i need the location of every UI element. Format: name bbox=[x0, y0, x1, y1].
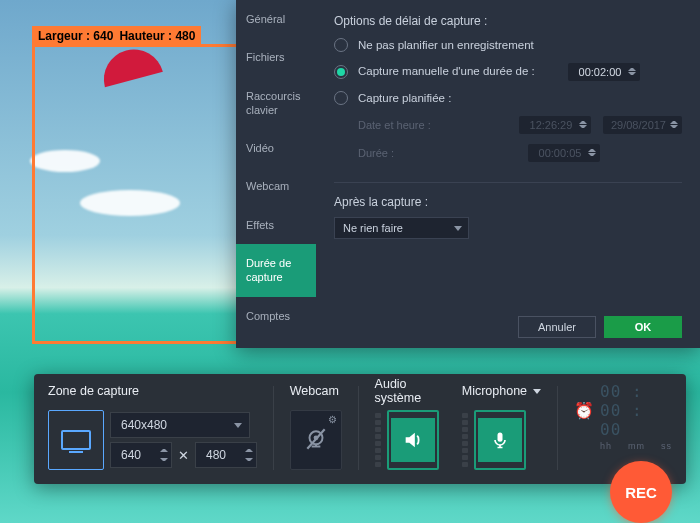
spinner-caret-icon bbox=[670, 116, 678, 134]
recorder-toolbar: Zone de capture 640x480 640 ✕ 480 bbox=[34, 374, 686, 484]
spinner-caret-icon[interactable] bbox=[628, 63, 636, 81]
spinner-caret-icon bbox=[579, 116, 587, 134]
webcam-toggle[interactable]: ⚙ bbox=[290, 410, 342, 470]
webcam-off-icon bbox=[303, 427, 329, 453]
cloud-decor bbox=[80, 190, 180, 216]
timer-units: hh mm ss bbox=[574, 441, 672, 451]
speaker-icon bbox=[402, 429, 424, 451]
spinner-caret-icon[interactable] bbox=[245, 446, 253, 464]
width-spinner[interactable]: 640 bbox=[110, 442, 172, 468]
sidebar-item-accounts[interactable]: Comptes bbox=[236, 297, 316, 335]
settings-content: Options de délai de capture : Ne pas pla… bbox=[316, 0, 700, 348]
alarm-clock-icon[interactable]: ⏰ bbox=[574, 401, 594, 420]
svg-rect-3 bbox=[497, 433, 502, 442]
capture-width-label: Largeur : 640 bbox=[38, 29, 113, 43]
capture-area-button[interactable] bbox=[48, 410, 104, 470]
sidebar-item-general[interactable]: Général bbox=[236, 0, 316, 38]
radio-no-schedule[interactable]: Ne pas planifier un enregistrement bbox=[334, 38, 682, 53]
capture-delay-title: Options de délai de capture : bbox=[334, 14, 682, 28]
sidebar-item-effects[interactable]: Effets bbox=[236, 206, 316, 244]
times-icon: ✕ bbox=[176, 448, 191, 463]
cloud-decor bbox=[30, 150, 100, 172]
sidebar-item-webcam[interactable]: Webcam bbox=[236, 167, 316, 205]
system-audio-toggle[interactable] bbox=[387, 410, 439, 470]
sidebar-item-shortcuts[interactable]: Raccourcis clavier bbox=[236, 77, 316, 130]
scheduled-duration-spinner: 00:00:05 bbox=[528, 144, 600, 162]
spinner-caret-icon bbox=[588, 144, 596, 162]
ok-button[interactable]: OK bbox=[604, 316, 682, 338]
after-capture-select[interactable]: Ne rien faire bbox=[334, 217, 469, 239]
radio-icon bbox=[334, 65, 348, 79]
radio-icon bbox=[334, 38, 348, 52]
chevron-down-icon bbox=[533, 389, 541, 394]
settings-sidebar: Général Fichiers Raccourcis clavier Vidé… bbox=[236, 0, 316, 348]
spinner-caret-icon[interactable] bbox=[160, 446, 168, 464]
scheduled-datetime-row: Date et heure : 12:26:29 29/08/2017 bbox=[358, 116, 682, 134]
timer-display: 00 : 00 : 00 bbox=[600, 382, 672, 439]
sidebar-item-duration[interactable]: Durée de capture bbox=[236, 244, 316, 297]
resolution-select[interactable]: 640x480 bbox=[110, 412, 250, 438]
radio-manual-duration[interactable]: Capture manuelle d'une durée de : 00:02:… bbox=[334, 63, 682, 81]
screen-icon bbox=[61, 430, 91, 450]
scheduled-date-spinner: 29/08/2017 bbox=[603, 116, 682, 134]
manual-duration-spinner[interactable]: 00:02:00 bbox=[568, 63, 640, 81]
divider bbox=[358, 386, 359, 470]
scheduled-time-spinner: 12:26:29 bbox=[519, 116, 591, 134]
microphone-title[interactable]: Microphone bbox=[462, 382, 541, 400]
microphone-icon bbox=[490, 429, 510, 451]
record-button[interactable]: REC bbox=[610, 461, 672, 523]
webcam-title: Webcam bbox=[290, 382, 342, 400]
capture-height-label: Hauteur : 480 bbox=[119, 29, 195, 43]
zone-title: Zone de capture bbox=[48, 382, 257, 400]
scheduled-duration-row: Durée : 00:00:05 bbox=[358, 144, 682, 162]
cancel-button[interactable]: Annuler bbox=[518, 316, 596, 338]
divider bbox=[273, 386, 274, 470]
height-spinner[interactable]: 480 bbox=[195, 442, 257, 468]
audio-level-meter bbox=[375, 410, 381, 470]
sidebar-item-video[interactable]: Vidéo bbox=[236, 129, 316, 167]
capture-dimensions-badge: Largeur : 640 Hauteur : 480 bbox=[32, 26, 201, 46]
settings-dialog: Général Fichiers Raccourcis clavier Vidé… bbox=[236, 0, 700, 348]
after-capture-title: Après la capture : bbox=[334, 195, 682, 209]
microphone-toggle[interactable] bbox=[474, 410, 526, 470]
mic-level-meter bbox=[462, 410, 468, 470]
system-audio-title: Audio système bbox=[375, 382, 448, 400]
sidebar-item-files[interactable]: Fichiers bbox=[236, 38, 316, 76]
divider bbox=[334, 182, 682, 183]
radio-icon bbox=[334, 91, 348, 105]
radio-scheduled[interactable]: Capture planifiée : bbox=[334, 91, 682, 106]
gear-icon[interactable]: ⚙ bbox=[328, 414, 337, 425]
divider bbox=[557, 386, 558, 470]
